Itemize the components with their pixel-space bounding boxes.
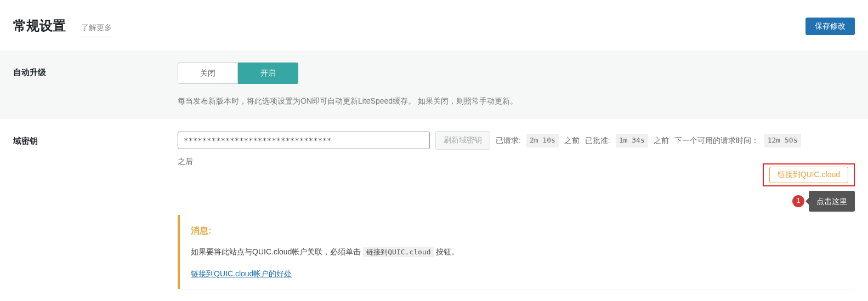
refresh-key-button[interactable]: 刷新域密钥 — [435, 131, 490, 150]
approved-suffix: 之前 — [654, 134, 669, 146]
notice-text: 如果要将此站点与QUIC.cloud帐户关联，必须单击 链接到QUIC.clou… — [191, 246, 844, 258]
domain-key-row: 刷新域密钥 已请求: 2m 10s 之前 已批准: 1m 34s 之前 下一个可… — [178, 131, 855, 167]
next-request-time: 12m 50s — [764, 134, 801, 147]
callout-row: 1 点击这里 — [178, 191, 855, 212]
auto-upgrade-description: 每当发布新版本时，将此选项设置为ON即可自动更新LiteSpeed缓存。 如果关… — [178, 95, 855, 107]
link-cloud-highlight-box: 链接到QUIC.cloud — [763, 163, 855, 186]
click-here-tooltip: 点击这里 — [809, 191, 855, 212]
notice-text-before: 如果要将此站点与QUIC.cloud帐户关联，必须单击 — [191, 247, 361, 256]
notice-title: 消息: — [191, 224, 844, 238]
domain-key-label: 域密钥 — [13, 131, 178, 147]
requested-label: 已请求: — [496, 134, 521, 146]
header-left: 常规设置 了解更多 — [13, 15, 112, 37]
page-title: 常规设置 — [13, 15, 66, 36]
requested-suffix: 之前 — [564, 134, 580, 146]
benefits-link[interactable]: 链接到QUIC.cloud帐户的好处 — [191, 269, 292, 278]
link-cloud-wrapper: 链接到QUIC.cloud — [178, 163, 855, 186]
auto-upgrade-section: 自动升级 关闭 开启 每当发布新版本时，将此选项设置为ON即可自动更新LiteS… — [0, 50, 868, 119]
notice-text-after: 按钮。 — [436, 247, 459, 256]
auto-upgrade-toggle: 关闭 开启 — [178, 63, 298, 83]
page-header: 常规设置 了解更多 保存修改 — [0, 0, 868, 50]
notice-inline-code: 链接到QUIC.cloud — [363, 247, 434, 257]
auto-upgrade-content: 关闭 开启 每当发布新版本时，将此选项设置为ON即可自动更新LiteSpeed缓… — [178, 63, 855, 107]
link-to-quic-cloud-button[interactable]: 链接到QUIC.cloud — [769, 167, 848, 183]
toggle-on-button[interactable]: 开启 — [238, 63, 298, 83]
toggle-off-button[interactable]: 关闭 — [178, 63, 238, 83]
approved-time: 1m 34s — [616, 134, 648, 147]
requested-time: 2m 10s — [526, 134, 559, 147]
domain-key-input[interactable] — [178, 132, 430, 149]
notice-box: 消息: 如果要将此站点与QUIC.cloud帐户关联，必须单击 链接到QUIC.… — [178, 215, 855, 289]
domain-key-section: 域密钥 刷新域密钥 已请求: 2m 10s 之前 已批准: 1m 34s 之前 … — [0, 119, 868, 301]
domain-key-content: 刷新域密钥 已请求: 2m 10s 之前 已批准: 1m 34s 之前 下一个可… — [178, 131, 855, 289]
save-button[interactable]: 保存修改 — [805, 18, 855, 35]
step-badge: 1 — [792, 195, 804, 207]
approved-label: 已批准: — [585, 134, 610, 146]
next-request-label: 下一个可用的请求时间： — [674, 134, 759, 146]
auto-upgrade-label: 自动升级 — [13, 63, 178, 79]
learn-more-link[interactable]: 了解更多 — [81, 21, 112, 37]
